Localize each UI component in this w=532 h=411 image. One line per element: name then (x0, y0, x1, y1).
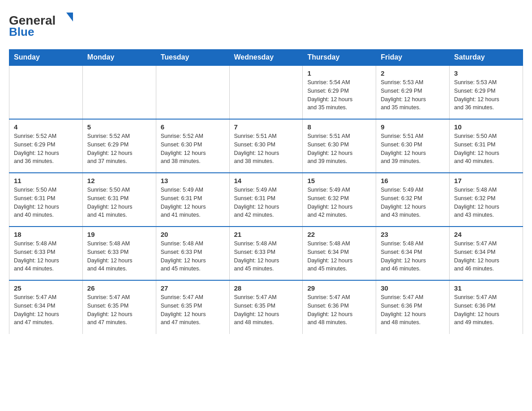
calendar-cell (82, 65, 156, 119)
logo-svg-icon: General Blue (9, 9, 78, 40)
calendar-week-row: 4Sunrise: 5:52 AMSunset: 6:29 PMDaylight… (9, 119, 523, 173)
calendar-week-row: 18Sunrise: 5:48 AMSunset: 6:33 PMDayligh… (9, 227, 523, 280)
day-info: Sunrise: 5:52 AMSunset: 6:29 PMDaylight:… (87, 132, 151, 166)
calendar-cell: 3Sunrise: 5:53 AMSunset: 6:29 PMDaylight… (450, 65, 523, 119)
calendar-cell: 29Sunrise: 5:47 AMSunset: 6:36 PMDayligh… (303, 280, 376, 334)
calendar-cell: 15Sunrise: 5:49 AMSunset: 6:32 PMDayligh… (303, 173, 376, 227)
day-info: Sunrise: 5:48 AMSunset: 6:33 PMDaylight:… (234, 240, 298, 273)
calendar-table: Sunday Monday Tuesday Wednesday Thursday… (9, 49, 523, 334)
calendar-cell: 26Sunrise: 5:47 AMSunset: 6:35 PMDayligh… (82, 280, 156, 334)
day-number: 1 (307, 69, 371, 77)
calendar-cell: 19Sunrise: 5:48 AMSunset: 6:33 PMDayligh… (82, 227, 156, 280)
calendar-cell: 6Sunrise: 5:52 AMSunset: 6:30 PMDaylight… (156, 119, 229, 173)
calendar-cell: 12Sunrise: 5:50 AMSunset: 6:31 PMDayligh… (82, 173, 156, 227)
calendar-cell: 31Sunrise: 5:47 AMSunset: 6:36 PMDayligh… (450, 280, 523, 334)
calendar-cell: 11Sunrise: 5:50 AMSunset: 6:31 PMDayligh… (9, 173, 83, 227)
day-info: Sunrise: 5:53 AMSunset: 6:29 PMDaylight:… (454, 78, 518, 112)
day-number: 6 (161, 123, 225, 131)
day-number: 8 (307, 123, 371, 131)
calendar-cell: 21Sunrise: 5:48 AMSunset: 6:33 PMDayligh… (229, 227, 303, 280)
calendar-cell: 28Sunrise: 5:47 AMSunset: 6:35 PMDayligh… (229, 280, 303, 334)
calendar-cell: 17Sunrise: 5:48 AMSunset: 6:32 PMDayligh… (450, 173, 523, 227)
calendar-cell: 5Sunrise: 5:52 AMSunset: 6:29 PMDaylight… (82, 119, 156, 173)
calendar-cell: 23Sunrise: 5:48 AMSunset: 6:34 PMDayligh… (376, 227, 450, 280)
day-info: Sunrise: 5:51 AMSunset: 6:30 PMDaylight:… (307, 132, 371, 166)
calendar-cell: 4Sunrise: 5:52 AMSunset: 6:29 PMDaylight… (9, 119, 83, 173)
calendar-cell: 25Sunrise: 5:47 AMSunset: 6:34 PMDayligh… (9, 280, 83, 334)
header-saturday: Saturday (450, 50, 523, 66)
calendar-week-row: 1Sunrise: 5:54 AMSunset: 6:29 PMDaylight… (9, 65, 523, 119)
day-number: 31 (454, 284, 518, 292)
day-number: 15 (307, 177, 371, 184)
logo-image: General Blue (9, 9, 78, 40)
day-info: Sunrise: 5:53 AMSunset: 6:29 PMDaylight:… (381, 78, 445, 112)
day-number: 25 (14, 284, 78, 292)
calendar-cell (229, 65, 303, 119)
page-header: General Blue (9, 9, 523, 40)
day-info: Sunrise: 5:50 AMSunset: 6:31 PMDaylight:… (454, 132, 518, 166)
day-number: 10 (454, 123, 518, 131)
day-info: Sunrise: 5:49 AMSunset: 6:31 PMDaylight:… (234, 186, 298, 219)
weekday-header-row: Sunday Monday Tuesday Wednesday Thursday… (9, 50, 523, 66)
day-number: 11 (14, 177, 78, 184)
calendar-cell: 18Sunrise: 5:48 AMSunset: 6:33 PMDayligh… (9, 227, 83, 280)
calendar-cell: 13Sunrise: 5:49 AMSunset: 6:31 PMDayligh… (156, 173, 229, 227)
calendar-cell: 1Sunrise: 5:54 AMSunset: 6:29 PMDaylight… (303, 65, 376, 119)
calendar-week-row: 25Sunrise: 5:47 AMSunset: 6:34 PMDayligh… (9, 280, 523, 334)
day-info: Sunrise: 5:47 AMSunset: 6:36 PMDaylight:… (381, 293, 445, 327)
calendar-cell: 14Sunrise: 5:49 AMSunset: 6:31 PMDayligh… (229, 173, 303, 227)
day-number: 5 (87, 123, 151, 131)
day-number: 21 (234, 231, 298, 238)
calendar-cell: 27Sunrise: 5:47 AMSunset: 6:35 PMDayligh… (156, 280, 229, 334)
day-number: 23 (381, 231, 445, 238)
day-number: 4 (14, 123, 78, 131)
day-info: Sunrise: 5:54 AMSunset: 6:29 PMDaylight:… (307, 78, 371, 112)
day-number: 13 (161, 177, 225, 184)
day-number: 27 (161, 284, 225, 292)
calendar-cell: 2Sunrise: 5:53 AMSunset: 6:29 PMDaylight… (376, 65, 450, 119)
header-wednesday: Wednesday (229, 50, 303, 66)
day-number: 9 (381, 123, 445, 131)
day-number: 14 (234, 177, 298, 184)
day-number: 29 (307, 284, 371, 292)
day-number: 19 (87, 231, 151, 238)
calendar-cell: 24Sunrise: 5:47 AMSunset: 6:34 PMDayligh… (450, 227, 523, 280)
day-info: Sunrise: 5:50 AMSunset: 6:31 PMDaylight:… (14, 186, 78, 219)
header-tuesday: Tuesday (156, 50, 229, 66)
day-info: Sunrise: 5:47 AMSunset: 6:35 PMDaylight:… (87, 293, 151, 327)
day-info: Sunrise: 5:51 AMSunset: 6:30 PMDaylight:… (381, 132, 445, 166)
day-number: 26 (87, 284, 151, 292)
day-info: Sunrise: 5:47 AMSunset: 6:34 PMDaylight:… (454, 240, 518, 273)
day-number: 30 (381, 284, 445, 292)
header-sunday: Sunday (9, 50, 83, 66)
calendar-cell (156, 65, 229, 119)
calendar-cell: 9Sunrise: 5:51 AMSunset: 6:30 PMDaylight… (376, 119, 450, 173)
calendar-cell (9, 65, 83, 119)
calendar-cell: 10Sunrise: 5:50 AMSunset: 6:31 PMDayligh… (450, 119, 523, 173)
svg-marker-1 (66, 13, 73, 21)
calendar-cell: 20Sunrise: 5:48 AMSunset: 6:33 PMDayligh… (156, 227, 229, 280)
day-number: 20 (161, 231, 225, 238)
logo: General Blue (9, 9, 78, 40)
day-info: Sunrise: 5:47 AMSunset: 6:35 PMDaylight:… (234, 293, 298, 327)
day-number: 17 (454, 177, 518, 184)
calendar-week-row: 11Sunrise: 5:50 AMSunset: 6:31 PMDayligh… (9, 173, 523, 227)
header-friday: Friday (376, 50, 450, 66)
calendar-cell: 16Sunrise: 5:49 AMSunset: 6:32 PMDayligh… (376, 173, 450, 227)
day-info: Sunrise: 5:48 AMSunset: 6:33 PMDaylight:… (87, 240, 151, 273)
day-info: Sunrise: 5:48 AMSunset: 6:34 PMDaylight:… (381, 240, 445, 273)
day-info: Sunrise: 5:52 AMSunset: 6:30 PMDaylight:… (161, 132, 225, 166)
day-info: Sunrise: 5:49 AMSunset: 6:32 PMDaylight:… (307, 186, 371, 219)
day-number: 3 (454, 69, 518, 77)
calendar-cell: 7Sunrise: 5:51 AMSunset: 6:30 PMDaylight… (229, 119, 303, 173)
day-info: Sunrise: 5:47 AMSunset: 6:35 PMDaylight:… (161, 293, 225, 327)
day-number: 28 (234, 284, 298, 292)
calendar-cell: 22Sunrise: 5:48 AMSunset: 6:34 PMDayligh… (303, 227, 376, 280)
svg-text:Blue: Blue (9, 25, 34, 39)
day-info: Sunrise: 5:47 AMSunset: 6:36 PMDaylight:… (454, 293, 518, 327)
day-info: Sunrise: 5:51 AMSunset: 6:30 PMDaylight:… (234, 132, 298, 166)
day-number: 7 (234, 123, 298, 131)
day-info: Sunrise: 5:48 AMSunset: 6:32 PMDaylight:… (454, 186, 518, 219)
day-number: 24 (454, 231, 518, 238)
day-info: Sunrise: 5:50 AMSunset: 6:31 PMDaylight:… (87, 186, 151, 219)
